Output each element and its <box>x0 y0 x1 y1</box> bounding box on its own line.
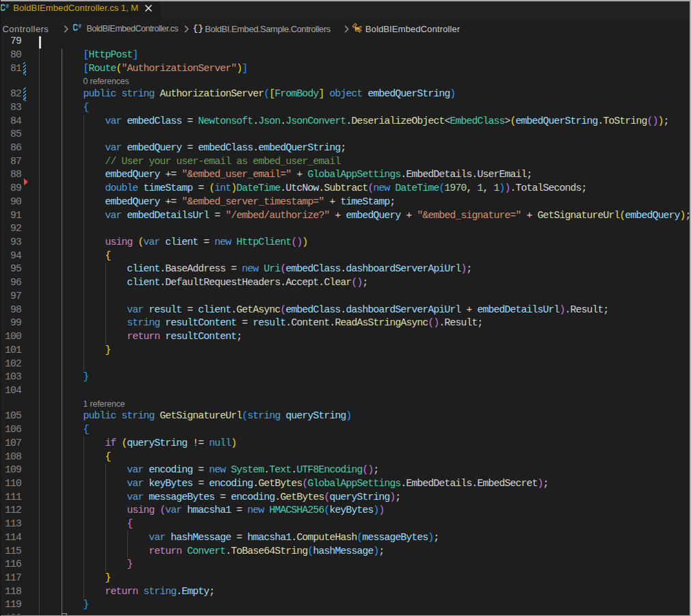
svg-text:C: C <box>1 3 6 13</box>
svg-text:#: # <box>6 3 10 10</box>
svg-text:C: C <box>73 23 79 33</box>
svg-text:#: # <box>79 23 82 29</box>
